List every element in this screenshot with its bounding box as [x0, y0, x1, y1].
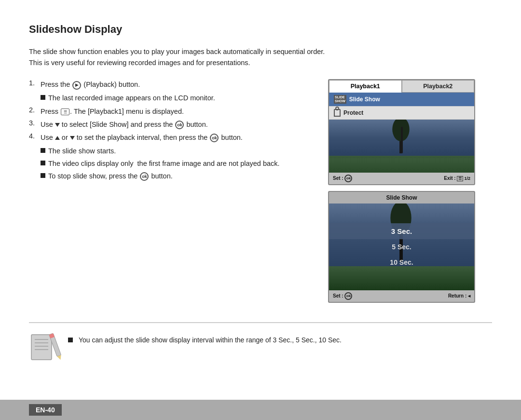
step-3: 3. Use to select [Slide Show] and press …	[29, 119, 314, 131]
intro-text: The slide show function enables you to p…	[29, 46, 328, 68]
ok-btn-icon: ok	[175, 121, 184, 129]
bottom-ok-icon: ok	[344, 292, 352, 300]
arrow-up-icon	[55, 136, 60, 140]
step-4-sublist: The slide show starts. The video clips d…	[41, 146, 314, 182]
screen-bottom-footer: Set : ok Return : ◂	[329, 290, 474, 302]
screen-bottom-header: Slide Show	[329, 192, 474, 203]
bullet-icon-2	[41, 148, 45, 153]
step-1-sub-1-text: The last recorded image appears on the L…	[48, 93, 215, 104]
exit-icon: ☰ 1/2	[457, 176, 470, 181]
step-1: 1. Press the ▶ (Playback) button.	[29, 79, 314, 91]
screen-top: Playback1 Playback2 SLIDESHOW Slide Show…	[328, 79, 475, 185]
time-option-10sec[interactable]: 10 Sec.	[329, 255, 474, 270]
step-1-sublist: The last recorded image appears on the L…	[41, 93, 314, 104]
screen-menu: SLIDESHOW Slide Show Protect	[329, 93, 474, 119]
step-2: 2. Press ☰. The [Playback1] menu is disp…	[29, 106, 314, 118]
footer-set-label: Set : ok	[333, 175, 352, 182]
footer-exit-label: Exit : ☰ 1/2	[444, 176, 470, 181]
camera-screens: Playback1 Playback2 SLIDESHOW Slide Show…	[328, 79, 475, 302]
step-4-text: Use or to set the playback interval, the…	[41, 132, 243, 144]
menu-item-slideshow-label: Slide Show	[349, 96, 380, 103]
note-section: You can adjust the slide show display in…	[29, 322, 492, 362]
svg-rect-1	[329, 156, 474, 173]
tab-playback2[interactable]: Playback2	[402, 80, 475, 93]
footer-ok-icon: ok	[344, 175, 352, 182]
arrow-down-icon	[55, 123, 60, 127]
screen-bottom: Slide Show	[328, 191, 475, 303]
protect-icon	[334, 109, 341, 117]
menu-item-protect: Protect	[329, 107, 474, 120]
step-4-sub-3-text: To stop slide show, press the ok button.	[48, 171, 173, 182]
ok-btn-icon-2: ok	[210, 134, 219, 142]
bullet-icon-3	[41, 161, 45, 165]
step-4-sub-2-text: The video clips display only the first f…	[48, 158, 280, 170]
menu-item-slideshow: SLIDESHOW Slide Show	[329, 93, 474, 106]
bullet-icon	[41, 95, 45, 100]
step-4: 4. Use or to set the playback interval, …	[29, 132, 314, 144]
page-title: Slideshow Display	[29, 23, 492, 36]
page-footer: EN-40	[0, 400, 521, 420]
screen-bottom-body: 3 Sec. 5 Sec. 10 Sec.	[329, 203, 474, 290]
note-icon	[29, 331, 60, 362]
menu-item-protect-label: Protect	[343, 109, 363, 116]
screen-top-image	[329, 120, 474, 173]
main-layout: 1. Press the ▶ (Playback) button. The la…	[29, 79, 492, 302]
step-1-text: Press the ▶ (Playback) button.	[41, 79, 140, 91]
bottom-set-label: Set : ok	[333, 292, 352, 300]
step-3-num: 3.	[29, 119, 38, 131]
screen-top-footer: Set : ok Exit : ☰ 1/2	[329, 173, 474, 184]
step-3-text: Use to select [Slide Show] and press the…	[41, 119, 208, 131]
screen-tabs: Playback1 Playback2	[329, 80, 474, 93]
ok-btn-icon-3: ok	[140, 172, 149, 181]
step-4-sub-3: To stop slide show, press the ok button.	[41, 171, 314, 182]
page-content: Slideshow Display The slide show functio…	[0, 0, 521, 362]
step-4-sub-1: The slide show starts.	[41, 146, 314, 157]
page-number: EN-40	[29, 404, 62, 416]
playback-btn-icon: ▶	[72, 81, 81, 90]
instructions: 1. Press the ▶ (Playback) button. The la…	[29, 79, 314, 184]
menu-btn-icon: ☰	[61, 108, 69, 115]
note-text: You can adjust the slide show display in…	[68, 331, 342, 345]
slideshow-icon: SLIDESHOW	[334, 95, 346, 103]
step-4-num: 4.	[29, 132, 38, 144]
time-option-5sec[interactable]: 5 Sec.	[329, 239, 474, 255]
time-options: 3 Sec. 5 Sec. 10 Sec.	[329, 203, 474, 290]
exit-menu-icon: ☰	[457, 176, 463, 181]
bottom-return-label: Return : ◂	[448, 293, 470, 298]
tab-playback1[interactable]: Playback1	[329, 80, 402, 93]
bullet-icon-4	[41, 173, 45, 178]
step-4-sub-1-text: The slide show starts.	[48, 146, 116, 157]
protect-lock-top	[335, 107, 339, 110]
step-4-sub-2: The video clips display only the first f…	[41, 158, 314, 170]
note-bullet	[68, 338, 73, 342]
note-content: You can adjust the slide show display in…	[79, 336, 342, 344]
top-image-svg	[329, 120, 474, 173]
time-option-3sec[interactable]: 3 Sec.	[329, 223, 474, 239]
arrow-down-icon-2	[70, 136, 75, 140]
note-svg	[29, 331, 63, 362]
step-2-text: Press ☰. The [Playback1] menu is display…	[41, 106, 184, 118]
step-2-num: 2.	[29, 106, 38, 118]
svg-rect-8	[31, 335, 52, 360]
step-1-num: 1.	[29, 79, 38, 91]
step-1-sub-1: The last recorded image appears on the L…	[41, 93, 314, 104]
